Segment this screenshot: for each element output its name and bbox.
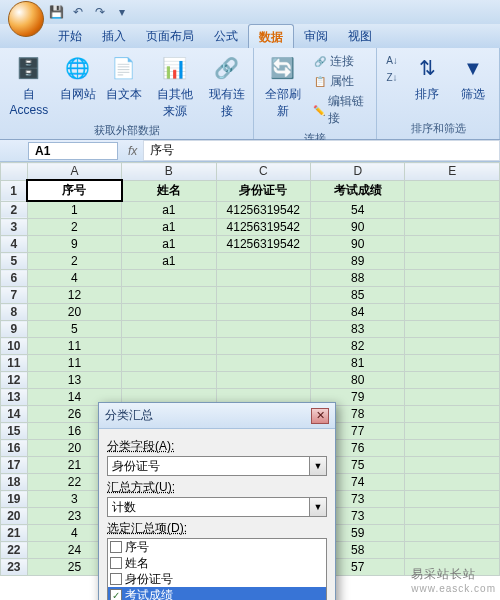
chevron-down-icon[interactable]: ▼ — [309, 457, 326, 475]
checkbox[interactable] — [110, 541, 122, 553]
cell[interactable]: 85 — [311, 287, 405, 304]
select-all-corner[interactable] — [1, 163, 28, 181]
cell[interactable]: a1 — [122, 219, 216, 236]
cell[interactable] — [405, 201, 500, 219]
cell[interactable]: 9 — [27, 236, 121, 253]
list-item[interactable]: 身份证号 — [108, 571, 326, 587]
field-combo[interactable]: ▼ — [107, 456, 327, 476]
close-icon[interactable]: ✕ — [311, 408, 329, 424]
tab-视图[interactable]: 视图 — [338, 24, 382, 48]
sort-button[interactable]: ⇅ 排序 — [405, 50, 449, 105]
cell[interactable] — [405, 219, 500, 236]
cell[interactable] — [405, 355, 500, 372]
row-header[interactable]: 13 — [1, 389, 28, 406]
cell[interactable]: 41256319542 — [216, 236, 310, 253]
row-header[interactable]: 5 — [1, 253, 28, 270]
cell[interactable]: 2 — [27, 253, 121, 270]
ext-data-button[interactable]: 📊自其他来源 — [148, 50, 202, 122]
cell[interactable]: 41256319542 — [216, 219, 310, 236]
cell[interactable] — [216, 270, 310, 287]
list-item[interactable]: 姓名 — [108, 555, 326, 571]
cell[interactable] — [405, 270, 500, 287]
redo-icon[interactable]: ↷ — [90, 2, 110, 22]
col-header[interactable]: B — [122, 163, 216, 181]
ext-data-button[interactable]: 🗄️自 Access — [4, 50, 54, 119]
method-input[interactable] — [108, 498, 309, 516]
row-header[interactable]: 3 — [1, 219, 28, 236]
cell[interactable]: 84 — [311, 304, 405, 321]
qat-dropdown-icon[interactable]: ▾ — [112, 2, 132, 22]
cell[interactable] — [405, 338, 500, 355]
cell[interactable] — [405, 474, 500, 491]
cell[interactable]: 90 — [311, 236, 405, 253]
col-header[interactable]: D — [311, 163, 405, 181]
ext-data-button[interactable]: 🌐自网站 — [56, 50, 100, 105]
cell[interactable] — [405, 180, 500, 201]
cell[interactable]: 20 — [27, 304, 121, 321]
col-header[interactable]: A — [27, 163, 121, 181]
cell[interactable] — [405, 508, 500, 525]
conn-small-button[interactable]: 🔗连接 — [311, 52, 370, 71]
list-item[interactable]: 序号 — [108, 539, 326, 555]
row-header[interactable]: 16 — [1, 440, 28, 457]
row-header[interactable]: 23 — [1, 559, 28, 576]
cell[interactable] — [405, 236, 500, 253]
cell[interactable] — [405, 253, 500, 270]
cell[interactable] — [216, 372, 310, 389]
cell[interactable]: 考试成绩 — [311, 180, 405, 201]
row-header[interactable]: 11 — [1, 355, 28, 372]
cell[interactable]: 89 — [311, 253, 405, 270]
tab-公式[interactable]: 公式 — [204, 24, 248, 48]
row-header[interactable]: 7 — [1, 287, 28, 304]
row-header[interactable]: 22 — [1, 542, 28, 559]
cell[interactable]: 80 — [311, 372, 405, 389]
cell[interactable]: 82 — [311, 338, 405, 355]
col-header[interactable]: C — [216, 163, 310, 181]
sort-desc-button[interactable]: Z↓ — [383, 69, 401, 85]
conn-small-button[interactable]: ✏️编辑链接 — [311, 92, 370, 128]
fx-icon[interactable]: fx — [122, 144, 143, 158]
refresh-all-button[interactable]: 🔄 全部刷新 — [258, 50, 307, 122]
row-header[interactable]: 9 — [1, 321, 28, 338]
cell[interactable] — [122, 304, 216, 321]
field-input[interactable] — [108, 457, 309, 475]
name-box[interactable]: A1 — [28, 142, 118, 160]
cell[interactable] — [405, 525, 500, 542]
cell[interactable]: 13 — [27, 372, 121, 389]
cell[interactable] — [405, 440, 500, 457]
cell[interactable]: 12 — [27, 287, 121, 304]
items-listbox[interactable]: 序号姓名身份证号✓考试成绩 — [107, 538, 327, 600]
row-header[interactable]: 17 — [1, 457, 28, 474]
cell[interactable]: a1 — [122, 201, 216, 219]
row-header[interactable]: 6 — [1, 270, 28, 287]
cell[interactable] — [216, 321, 310, 338]
row-header[interactable]: 8 — [1, 304, 28, 321]
cell[interactable]: 11 — [27, 338, 121, 355]
cell[interactable] — [122, 355, 216, 372]
cell[interactable] — [216, 287, 310, 304]
cell[interactable] — [405, 304, 500, 321]
undo-icon[interactable]: ↶ — [68, 2, 88, 22]
row-header[interactable]: 20 — [1, 508, 28, 525]
save-icon[interactable]: 💾 — [46, 2, 66, 22]
cell[interactable] — [405, 372, 500, 389]
cell[interactable] — [216, 304, 310, 321]
row-header[interactable]: 10 — [1, 338, 28, 355]
sort-asc-button[interactable]: A↓ — [383, 52, 401, 68]
cell[interactable] — [216, 253, 310, 270]
row-header[interactable]: 15 — [1, 423, 28, 440]
cell[interactable]: 54 — [311, 201, 405, 219]
tab-插入[interactable]: 插入 — [92, 24, 136, 48]
cell[interactable] — [405, 287, 500, 304]
cell[interactable] — [405, 457, 500, 474]
cell[interactable] — [405, 406, 500, 423]
checkbox[interactable]: ✓ — [110, 589, 122, 600]
cell[interactable] — [405, 321, 500, 338]
cell[interactable]: 序号 — [27, 180, 121, 201]
cell[interactable]: 4 — [27, 270, 121, 287]
tab-页面布局[interactable]: 页面布局 — [136, 24, 204, 48]
cell[interactable] — [122, 270, 216, 287]
cell[interactable]: 姓名 — [122, 180, 216, 201]
cell[interactable]: a1 — [122, 253, 216, 270]
cell[interactable] — [405, 542, 500, 559]
